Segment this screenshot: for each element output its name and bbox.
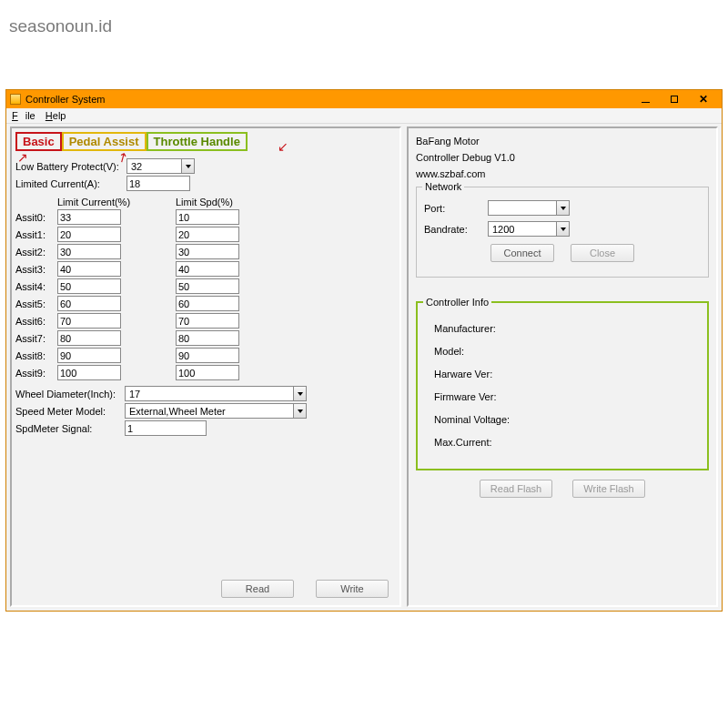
speed-meter-value[interactable]: External,Wheel Meter — [125, 403, 293, 419]
assist-spd-input[interactable]: 20 — [176, 227, 239, 242]
assist-current-input[interactable]: 20 — [57, 227, 121, 242]
controller-info-group: Controller Info Manufacturer:Model:Harwa… — [416, 301, 709, 470]
tab-basic[interactable]: Basic — [15, 132, 62, 151]
network-legend: Network — [422, 181, 464, 192]
menu-help[interactable]: Help — [46, 110, 66, 121]
assist-label: Assit9: — [15, 368, 57, 379]
assist-current-input[interactable]: 70 — [57, 313, 121, 329]
controller-info-item: Model: — [434, 340, 691, 363]
assist-row-9: Assit9:100100 — [15, 365, 396, 380]
assist-spd-input[interactable]: 30 — [176, 244, 239, 259]
connect-button[interactable]: Connect — [490, 244, 554, 262]
wheel-diameter-combo[interactable]: 17 — [125, 386, 307, 401]
tab-pedal-assist[interactable]: Pedal Assist — [62, 132, 147, 151]
tab-throttle-handle[interactable]: Throttle Handle — [147, 132, 248, 151]
assist-row-5: Assit5:6060 — [15, 296, 396, 311]
controller-info-list: Manufacturer:Model:Harware Ver:Firmware … — [425, 310, 700, 460]
app-icon — [10, 94, 21, 105]
tab-strip: Basic Pedal Assist Throttle Handle ↙ — [15, 132, 396, 151]
limited-current-input[interactable]: 18 — [126, 176, 190, 191]
assist-row-7: Assit7:8080 — [15, 330, 396, 346]
chevron-down-icon[interactable] — [181, 158, 195, 174]
write-flash-button[interactable]: Write Flash — [572, 480, 645, 498]
port-label: Port: — [424, 203, 488, 214]
url-label: www.szbaf.com — [416, 168, 709, 179]
assist-spd-input[interactable]: 90 — [176, 348, 239, 363]
assist-label: Assit3: — [15, 264, 57, 275]
bandrate-label: Bandrate: — [424, 224, 488, 235]
assist-current-input[interactable]: 40 — [57, 261, 121, 277]
limited-current-label: Limited Current(A): — [15, 178, 126, 189]
assist-label: Assit2: — [15, 247, 57, 258]
bandrate-combo[interactable]: 1200 — [488, 221, 570, 237]
menu-file[interactable]: File — [12, 110, 35, 121]
assist-current-input[interactable]: 90 — [57, 348, 121, 363]
assist-row-4: Assit4:5050 — [15, 278, 396, 294]
limit-current-header: Limit Current(%) — [57, 197, 176, 207]
right-button-bar: Read Flash Write Flash — [416, 480, 709, 498]
controller-info-item: Max.Current: — [434, 431, 691, 454]
assist-row-8: Assit8:9090 — [15, 348, 396, 363]
speed-meter-combo[interactable]: External,Wheel Meter — [125, 403, 307, 419]
assist-spd-input[interactable]: 40 — [176, 261, 239, 277]
watermark-text: seasonoun.id — [9, 16, 112, 36]
port-combo[interactable] — [488, 200, 570, 216]
brand-label: BaFang Motor — [416, 136, 709, 147]
info-panel: BaFang Motor Controller Debug V1.0 www.s… — [407, 126, 718, 607]
assist-spd-input[interactable]: 60 — [176, 296, 239, 311]
titlebar[interactable]: Controller System — [6, 90, 722, 108]
assist-current-input[interactable]: 60 — [57, 296, 121, 311]
assist-current-input[interactable]: 30 — [57, 244, 121, 259]
assist-spd-input[interactable]: 70 — [176, 313, 239, 329]
window-title: Controller System — [24, 94, 631, 105]
app-window: Controller System File Help Basic Pedal … — [5, 89, 723, 612]
low-battery-value[interactable]: 32 — [126, 158, 181, 174]
assist-row-0: Assit0:3310 — [15, 209, 396, 225]
assist-current-input[interactable]: 100 — [57, 365, 121, 380]
assist-current-input[interactable]: 33 — [57, 209, 121, 225]
chevron-down-icon[interactable] — [556, 200, 570, 216]
assist-current-input[interactable]: 50 — [57, 278, 121, 294]
minimize-button[interactable] — [631, 91, 660, 107]
assist-spd-input[interactable]: 10 — [176, 209, 239, 225]
spd-signal-input[interactable]: 1 — [125, 420, 207, 436]
chevron-down-icon[interactable] — [293, 386, 307, 401]
bottom-settings: Wheel Diameter(Inch): 17 Speed Meter Mod… — [15, 386, 396, 436]
assist-spd-input[interactable]: 50 — [176, 278, 239, 294]
assist-levels: Assit0:3310Assit1:2020Assit2:3030Assit3:… — [15, 209, 396, 380]
controller-info-item: Nominal Voltage: — [434, 409, 691, 431]
read-flash-button[interactable]: Read Flash — [480, 480, 552, 498]
read-button[interactable]: Read — [221, 580, 294, 598]
chevron-down-icon[interactable] — [293, 403, 307, 419]
assist-current-input[interactable]: 80 — [57, 330, 121, 346]
close-button[interactable] — [689, 91, 718, 107]
limit-spd-header: Limit Spd(%) — [176, 197, 285, 207]
close-conn-button[interactable]: Close — [571, 244, 634, 262]
basic-panel: Basic Pedal Assist Throttle Handle ↙ ↗ ↗… — [10, 126, 401, 607]
window-buttons — [631, 91, 718, 107]
controller-info-legend: Controller Info — [423, 297, 491, 308]
client-area: Basic Pedal Assist Throttle Handle ↙ ↗ ↗… — [6, 124, 722, 611]
wheel-diameter-value[interactable]: 17 — [125, 386, 293, 401]
assist-row-3: Assit3:4040 — [15, 261, 396, 277]
assist-label: Assit5: — [15, 298, 57, 309]
write-button[interactable]: Write — [316, 580, 389, 598]
assist-label: Assit6: — [15, 316, 57, 327]
chevron-down-icon[interactable] — [556, 221, 570, 237]
controller-info-item: Firmware Ver: — [434, 386, 691, 409]
spd-signal-label: SpdMeter Signal: — [15, 423, 125, 434]
assist-spd-input[interactable]: 100 — [176, 365, 239, 380]
bandrate-value[interactable]: 1200 — [488, 221, 556, 237]
assist-label: Assit1: — [15, 229, 57, 240]
assist-spd-input[interactable]: 80 — [176, 330, 239, 346]
assist-row-1: Assit1:2020 — [15, 227, 396, 242]
left-button-bar: Read Write — [221, 580, 389, 598]
port-value[interactable] — [488, 200, 556, 216]
speed-meter-label: Speed Meter Model: — [15, 406, 125, 417]
low-battery-row: Low Battery Protect(V): 32 — [15, 158, 396, 174]
maximize-button[interactable] — [660, 91, 689, 107]
limited-current-row: Limited Current(A): 18 — [15, 176, 396, 191]
version-label: Controller Debug V1.0 — [416, 152, 709, 163]
low-battery-combo[interactable]: 32 — [126, 158, 195, 174]
annotation-arrow-icon: ↗ — [17, 150, 28, 165]
